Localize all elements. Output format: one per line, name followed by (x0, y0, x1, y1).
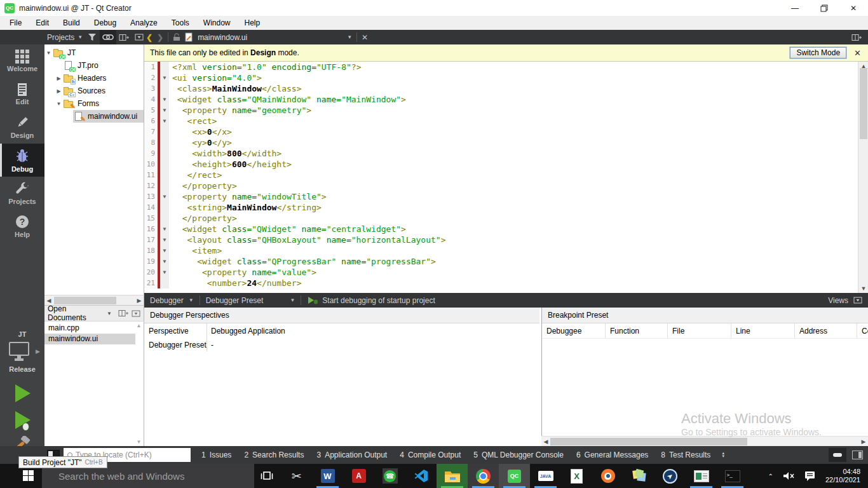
breakpoint-column-function[interactable]: Function (606, 323, 668, 339)
tree-item-jt[interactable]: ▼QtJT (44, 46, 144, 59)
menu-analyze[interactable]: Analyze (123, 17, 165, 29)
breakpoint-column-address[interactable]: Address (795, 323, 857, 339)
restore-button[interactable] (810, 0, 839, 16)
tree-item-forms[interactable]: ▼✎Forms (44, 97, 144, 110)
menu-debug[interactable]: Debug (87, 17, 123, 29)
action-center-icon[interactable] (804, 471, 816, 481)
tree-expander-icon[interactable]: ▶ (55, 88, 63, 94)
switch-mode-button[interactable]: Switch Mode (790, 47, 846, 58)
tree-item-jt-pro[interactable]: QtJT.pro (44, 59, 144, 72)
box-down-icon[interactable] (132, 310, 140, 317)
task-view-button[interactable] (261, 471, 273, 482)
file-explorer-icon[interactable] (437, 464, 468, 488)
breakpoint-horizontal-scrollbar[interactable]: ◀ ▶ (541, 436, 868, 446)
fold-marker-icon[interactable]: ▼ (160, 105, 169, 116)
tray-clock[interactable]: 04:48 22/10/2021 (825, 468, 860, 484)
scroll-down-arrow[interactable]: ▼ (858, 284, 868, 293)
editor-vertical-scrollbar[interactable]: ▲ ▼ (858, 62, 868, 293)
java-app-icon[interactable]: JAVA (530, 464, 561, 488)
scroll-right-arrow[interactable]: ▶ (135, 295, 144, 306)
kit-selector-button[interactable] (9, 342, 37, 362)
output-pane-issues[interactable]: 1Issues (197, 451, 236, 459)
mode-welcome[interactable]: Welcome (0, 44, 44, 78)
split-editor-button[interactable] (849, 30, 865, 44)
tray-chevron-up-icon[interactable]: ⌃ (768, 473, 773, 480)
go-back-button[interactable]: ❮ (146, 33, 153, 42)
minimize-button[interactable]: — (780, 0, 810, 16)
chevron-down-icon[interactable]: ▼ (107, 311, 112, 316)
close-document-button[interactable]: ✕ (362, 33, 368, 42)
scrollbar-thumb[interactable] (860, 68, 867, 139)
menu-help[interactable]: Help (238, 17, 268, 29)
breakpoint-column-co[interactable]: Co (857, 323, 868, 339)
menu-build[interactable]: Build (56, 17, 87, 29)
open-document-selector[interactable]: mainwindow.ui (198, 33, 247, 42)
output-pane-qml-debugger-console[interactable]: 5QML Debugger Console (469, 451, 568, 459)
open-document-main-cpp[interactable]: main.cpp (44, 323, 135, 334)
split-plus-icon[interactable] (118, 309, 128, 317)
infobar-close-icon[interactable]: ✕ (854, 48, 861, 58)
views-menu[interactable]: Views (828, 296, 868, 305)
filter-tree-button[interactable] (85, 30, 100, 44)
scrollbar-thumb[interactable] (54, 297, 116, 304)
fold-marker-icon[interactable]: ▼ (160, 224, 169, 234)
projects-pane-selector[interactable]: Projects ▼ (47, 30, 83, 44)
build-progress-indicator[interactable] (829, 448, 846, 462)
qt-creator-icon[interactable]: QC (499, 464, 530, 488)
run-button[interactable] (15, 384, 31, 402)
fold-marker-icon[interactable]: ▼ (160, 245, 169, 256)
word-icon[interactable]: W (312, 464, 343, 488)
toggle-right-sidebar-icon[interactable] (852, 451, 863, 459)
fold-marker-icon[interactable]: ▼ (160, 94, 169, 105)
cmd-icon[interactable]: >_ (717, 464, 748, 488)
sync-with-editor-button[interactable] (100, 30, 116, 44)
go-forward-button[interactable]: ❯ (157, 33, 163, 42)
output-pane-compile-output[interactable]: 4Compile Output (395, 451, 465, 459)
excel-icon[interactable]: X (561, 464, 592, 488)
fold-marker-icon[interactable]: ▼ (160, 234, 169, 245)
circle-arrow-app-icon[interactable]: ➤ (654, 464, 686, 488)
debugger-dropdown[interactable]: Debugger▼ (144, 293, 200, 308)
code-editor[interactable]: 1<?xml version="1.0" encoding="UTF-8"?>2… (144, 62, 858, 293)
mode-projects[interactable]: Projects (0, 177, 44, 210)
menu-edit[interactable]: Edit (29, 17, 56, 29)
column-header[interactable]: Perspective (144, 327, 207, 336)
system-monitor-icon[interactable] (686, 464, 717, 488)
scrollbar-thumb[interactable] (550, 438, 747, 445)
open-document-mainwindow-ui[interactable]: mainwindow.ui (44, 334, 135, 344)
output-pane-updown-icon[interactable]: ▲▼ (719, 452, 725, 458)
scroll-right-arrow[interactable]: ▶ (859, 437, 868, 447)
table-row[interactable]: Debugger Preset - (144, 339, 539, 351)
start-debugging-toolbar-button[interactable]: Start debugging of startup project (301, 296, 441, 305)
whatsapp-icon[interactable]: ☎ (374, 464, 405, 488)
fold-marker-icon[interactable]: ▼ (160, 191, 169, 202)
split-pane-button[interactable] (116, 30, 132, 44)
snipping-tool-icon[interactable]: ✂ (281, 464, 312, 488)
debugger-preset-dropdown[interactable]: Debugger Preset▼ (200, 293, 301, 308)
vscode-icon[interactable] (405, 464, 437, 488)
blender-icon[interactable] (592, 464, 623, 488)
scroll-left-arrow[interactable]: ◀ (541, 437, 550, 447)
fold-marker-icon[interactable]: ▼ (160, 72, 169, 83)
chrome-icon[interactable] (468, 464, 499, 488)
acrobat-icon[interactable]: A (343, 464, 374, 488)
tree-item-headers[interactable]: ▶hHeaders (44, 72, 144, 85)
breakpoint-column-line[interactable]: Line (731, 323, 795, 339)
tree-expander-icon[interactable]: ▶ (55, 76, 63, 81)
output-pane-general-messages[interactable]: 6General Messages (572, 451, 653, 459)
mode-design[interactable]: Design (0, 111, 44, 144)
output-pane-search-results[interactable]: 2Search Results (240, 451, 308, 459)
tree-item-mainwindow-ui[interactable]: ✎mainwindow.ui (44, 110, 144, 123)
mode-debug[interactable]: Debug (0, 144, 44, 177)
volume-muted-icon[interactable] (783, 471, 795, 480)
documents-scrollbar[interactable]: ▲▼ (135, 322, 143, 446)
projects-horizontal-scrollbar[interactable]: ◀ ▶ (44, 295, 144, 305)
sticky-notes-icon[interactable] (623, 464, 654, 488)
tree-expander-icon[interactable]: ▼ (55, 101, 63, 107)
breakpoint-column-file[interactable]: File (668, 323, 731, 339)
close-button[interactable]: ✕ (839, 0, 868, 16)
fold-marker-icon[interactable]: ▼ (160, 256, 169, 267)
breakpoint-column-debuggee[interactable]: Debuggee (542, 323, 606, 339)
output-pane-application-output[interactable]: 3Application Output (312, 451, 391, 459)
column-header[interactable]: Debugged Application (207, 327, 285, 336)
